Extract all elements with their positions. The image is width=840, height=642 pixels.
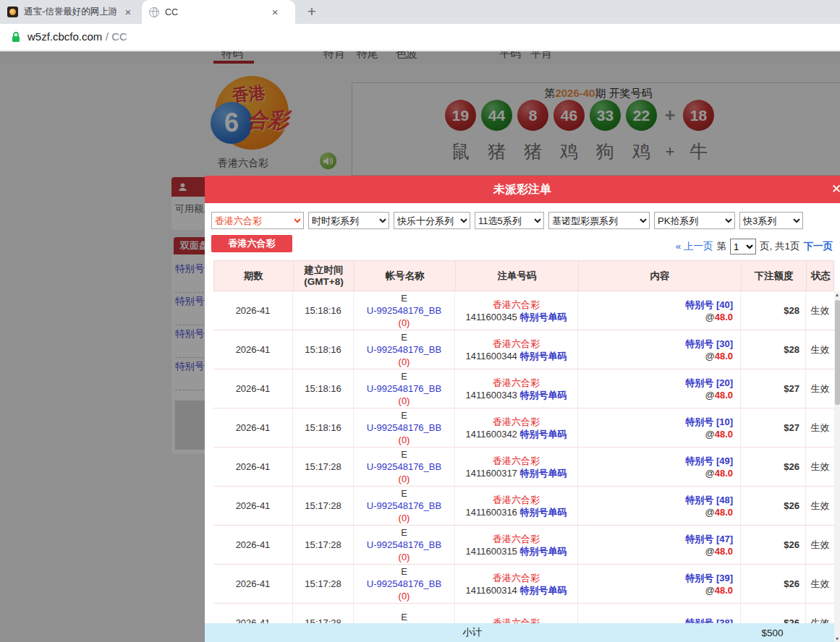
cell-issue: 2026-41	[213, 604, 293, 623]
account-suffix: (0)	[399, 395, 410, 407]
account-link[interactable]: U-992548176_BB	[367, 500, 441, 512]
ticket-type-link[interactable]: 特别号单码	[519, 507, 567, 518]
browser-tab-bar: 通宝-信誉最好的网上游戏平 × CC × +	[0, 0, 840, 24]
cell-status: 生效	[806, 369, 834, 408]
odds-value: 48.0	[715, 351, 733, 361]
lottery-filter-select-6[interactable]: PK拾系列	[654, 212, 735, 229]
ticket-type-link[interactable]: 特别号单码	[519, 429, 567, 440]
tab-title: 通宝-信誉最好的网上游戏平	[24, 6, 116, 18]
tab-close-icon[interactable]: ×	[269, 7, 281, 17]
next-page-link[interactable]: 下一页	[804, 240, 833, 253]
account-prefix: E	[401, 448, 407, 461]
odds-value: 48.0	[715, 429, 733, 440]
tab-close-icon[interactable]: ×	[122, 7, 134, 17]
account-suffix: (0)	[399, 473, 410, 485]
bet-content: 特别号 [38]	[685, 617, 733, 623]
cell-account: EU-992548176_BB(0)	[354, 330, 455, 369]
account-link[interactable]: U-992548176_BB	[367, 461, 441, 473]
cell-amount: $27	[741, 408, 806, 447]
scroll-down-icon[interactable]: ▼	[834, 636, 840, 641]
lottery-filter-select-4[interactable]: 11选5系列	[475, 212, 544, 229]
table-body: 2026-4115:18:16EU-992548176_BB(0)香港六合彩14…	[213, 291, 834, 623]
scroll-up-icon[interactable]: ▲	[834, 292, 840, 297]
odds-line: @48.0	[705, 311, 733, 323]
account-link[interactable]: U-992548176_BB	[367, 421, 441, 434]
account-prefix: E	[401, 565, 407, 578]
bet-content: 特别号 [39]	[685, 572, 733, 584]
ticket-lottery-name: 香港六合彩	[493, 533, 540, 545]
ticket-number-line: 1411600342 特别号单码	[466, 428, 567, 440]
odds-value: 48.0	[715, 468, 733, 479]
cell-status: 生效	[806, 565, 834, 603]
url-host: w5zf.cbcfo.com	[27, 30, 102, 43]
ticket-type-link[interactable]: 特别号单码	[519, 546, 567, 557]
account-link[interactable]: U-992548176_BB	[367, 304, 441, 317]
cell-time: 15:17:28	[293, 604, 354, 623]
cell-ticket: 香港六合彩1411600342 特别号单码	[455, 408, 578, 447]
lottery-filter-select-2[interactable]: 时时彩系列	[308, 212, 389, 229]
cell-account: EU-992548176_BB(0)	[354, 526, 455, 564]
ticket-type-link[interactable]: 特别号单码	[519, 390, 567, 401]
cell-amount: $28	[741, 291, 806, 330]
cell-ticket: 香港六合彩1411600344 特别号单码	[455, 330, 578, 369]
cell-amount: $26	[741, 526, 806, 564]
site-favicon-icon	[7, 7, 18, 17]
cell-time: 15:18:16	[293, 330, 354, 369]
cell-issue: 2026-41	[213, 330, 293, 369]
lottery-filter-select-3[interactable]: 快乐十分系列	[394, 212, 470, 229]
column-header: 帐号名称	[355, 261, 456, 291]
ticket-type-link[interactable]: 特别号单码	[519, 312, 567, 322]
lottery-filter-select-1[interactable]: 香港六合彩	[211, 212, 304, 229]
lottery-filter-select-7[interactable]: 快3系列	[739, 212, 803, 229]
odds-value: 48.0	[715, 507, 733, 518]
ticket-number-line: 1411600343 特别号单码	[466, 389, 567, 401]
ticket-number: 1411600315	[466, 546, 520, 557]
cell-amount: $26	[741, 604, 806, 623]
odds-value: 48.0	[715, 390, 733, 401]
odds-at: @	[705, 429, 714, 440]
ticket-type-link[interactable]: 特别号单码	[519, 468, 567, 479]
ticket-type-link[interactable]: 特别号单码	[519, 351, 567, 361]
column-header: 状态	[807, 261, 835, 291]
table-scrollbar[interactable]: ▲ ▼	[834, 291, 840, 642]
cell-time: 15:18:16	[293, 291, 354, 330]
account-link[interactable]: U-992548176_BB	[367, 382, 441, 395]
modal-header: 未派彩注单 ✕	[205, 176, 840, 203]
account-prefix: E	[401, 292, 407, 304]
bet-content: 特别号 [49]	[685, 455, 733, 467]
ticket-number-line: 1411600314 特别号单码	[466, 584, 567, 596]
ticket-lottery-name: 香港六合彩	[493, 416, 540, 428]
page-label-pre: 第	[716, 240, 726, 253]
lottery-filter-select-5[interactable]: 基诺型彩票系列	[548, 212, 650, 229]
scrollbar-thumb[interactable]	[835, 300, 840, 405]
cell-status: 生效	[806, 408, 834, 447]
ticket-lottery-name: 香港六合彩	[493, 455, 540, 467]
browser-tab-2-active[interactable]: CC ×	[142, 0, 295, 24]
odds-at: @	[705, 468, 714, 479]
url-bar[interactable]: w5zf.cbcfo.com / CC	[0, 24, 840, 51]
cell-issue: 2026-41	[213, 448, 293, 486]
active-lottery-button[interactable]: 香港六合彩	[211, 235, 292, 252]
cell-status: 生效	[806, 487, 834, 525]
column-header: 注单号码	[456, 261, 579, 291]
screen: 通宝-信誉最好的网上游戏平 × CC × + w5zf.cbcfo.com / …	[0, 0, 840, 642]
cell-amount: $26	[741, 448, 806, 486]
ticket-type-link[interactable]: 特别号单码	[519, 585, 567, 596]
page-label-post: 页, 共1页	[760, 240, 800, 253]
table-footer: 小计 $500	[205, 623, 840, 642]
tab-title: CC	[165, 7, 178, 17]
account-link[interactable]: U-992548176_BB	[367, 578, 441, 590]
ticket-number-line: 1411600317 特别号单码	[466, 467, 567, 479]
new-tab-button[interactable]: +	[302, 2, 321, 21]
bets-table: 期数建立时间 (GMT+8)帐号名称注单号码内容下注额度状态 2026-4115…	[213, 260, 834, 623]
odds-at: @	[705, 390, 714, 401]
page-select[interactable]: 1	[730, 239, 756, 254]
column-header: 内容	[579, 261, 742, 291]
account-link[interactable]: U-992548176_BB	[367, 343, 441, 356]
account-link[interactable]: U-992548176_BB	[367, 539, 441, 551]
cell-amount: $27	[741, 369, 806, 408]
modal-close-icon[interactable]: ✕	[831, 181, 840, 197]
browser-tab-1[interactable]: 通宝-信誉最好的网上游戏平 ×	[0, 0, 142, 24]
prev-page-link[interactable]: « 上一页	[676, 240, 713, 253]
bet-content: 特别号 [10]	[685, 416, 733, 428]
